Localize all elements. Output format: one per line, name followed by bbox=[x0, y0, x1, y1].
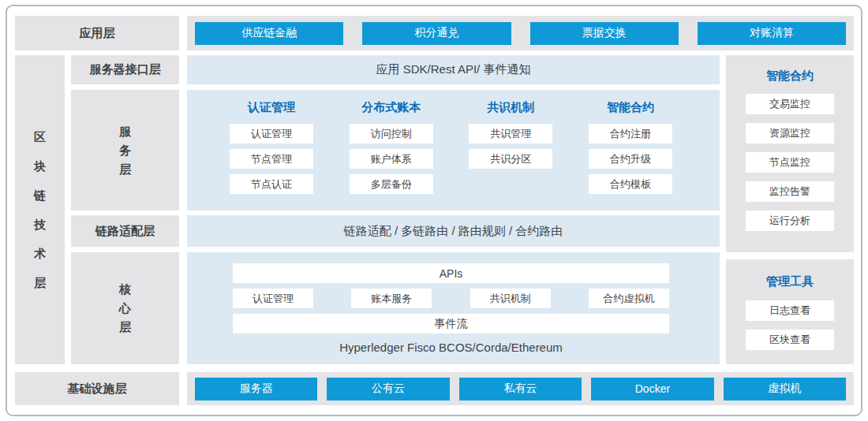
app-layer-band: 供应链金融 积分通兑 票据交换 对账清算 bbox=[187, 16, 854, 50]
smart-contract-header: 智能合约 bbox=[607, 99, 654, 116]
private-cloud-button: 私有云 bbox=[459, 378, 582, 401]
server-interface-layer-label: 服务器接口层 bbox=[71, 55, 179, 84]
service-item: 共识分区 bbox=[469, 149, 552, 169]
blockchain-tech-layer-label: 区 块 链 技 术 层 bbox=[15, 55, 65, 364]
node-monitor-item: 节点监控 bbox=[746, 152, 834, 173]
core-module: 认证管理 bbox=[233, 289, 313, 308]
monitor-panel-header: 智能合约 bbox=[766, 68, 814, 84]
supply-chain-finance-button: 供应链金融 bbox=[195, 22, 343, 45]
resource-monitor-item: 资源监控 bbox=[746, 123, 834, 143]
core-layer-label: 核 心 层 bbox=[71, 252, 179, 364]
reconciliation-clearing-button: 对账清算 bbox=[698, 22, 846, 45]
link-adapt-layer-label: 链路适配层 bbox=[71, 215, 179, 247]
management-tools-header: 管理工具 bbox=[766, 274, 814, 289]
monitor-panel: 智能合约 交易监控 资源监控 节点监控 监控告警 运行分析 bbox=[726, 55, 854, 252]
service-item: 合约升级 bbox=[589, 149, 672, 169]
service-item: 认证管理 bbox=[230, 124, 313, 143]
core-modules-row: 认证管理 账本服务 共识机制 合约虚拟机 bbox=[233, 289, 669, 308]
sdk-api-bar: 应用 SDK/Rest API/ 事件通知 bbox=[187, 55, 720, 84]
server-button: 服务器 bbox=[195, 378, 317, 401]
core-module: 共识机制 bbox=[470, 289, 551, 308]
core-module: 合约虚拟机 bbox=[589, 289, 669, 308]
consensus-mechanism-column: 共识机制 共识管理 共识分区 bbox=[469, 99, 552, 210]
service-item: 合约注册 bbox=[589, 124, 672, 143]
service-layer-label: 服 务 层 bbox=[71, 90, 179, 210]
consensus-mechanism-header: 共识机制 bbox=[487, 99, 534, 116]
platforms-text: Hyperledger Fisco BCOS/Corda/Ethereum bbox=[233, 341, 669, 354]
distributed-ledger-header: 分布式账本 bbox=[361, 99, 421, 116]
run-analysis-item: 运行分析 bbox=[746, 210, 834, 231]
infra-layer-label: 基础设施层 bbox=[15, 372, 179, 405]
infra-layer-band: 服务器 公有云 私有云 Docker 虚拟机 bbox=[187, 372, 854, 405]
service-item: 共识管理 bbox=[469, 124, 552, 143]
core-module: 账本服务 bbox=[351, 289, 432, 308]
auth-management-header: 认证管理 bbox=[248, 99, 295, 116]
service-item: 访问控制 bbox=[350, 124, 433, 143]
smart-contract-column: 智能合约 合约注册 合约升级 合约模板 bbox=[589, 99, 672, 210]
block-view-item: 区块查看 bbox=[746, 330, 834, 350]
public-cloud-button: 公有云 bbox=[327, 378, 449, 401]
service-item: 多层备份 bbox=[350, 174, 433, 194]
core-layer-text: 核 心 层 bbox=[119, 280, 131, 337]
service-item: 账户体系 bbox=[350, 149, 433, 169]
points-exchange-button: 积分通兑 bbox=[362, 22, 511, 45]
vm-button: 虚拟机 bbox=[724, 378, 846, 401]
transaction-monitor-item: 交易监控 bbox=[746, 94, 834, 114]
blockchain-tech-layer-text: 区 块 链 技 术 层 bbox=[34, 122, 46, 297]
event-stream-bar: 事件流 bbox=[233, 314, 669, 333]
service-layer-text: 服 务 层 bbox=[119, 122, 131, 179]
service-item: 节点管理 bbox=[230, 149, 313, 169]
bill-exchange-button: 票据交换 bbox=[530, 22, 679, 45]
auth-management-column: 认证管理 认证管理 节点管理 节点认证 bbox=[230, 99, 313, 210]
log-view-item: 日志查看 bbox=[746, 300, 834, 321]
distributed-ledger-column: 分布式账本 访问控制 账户体系 多层备份 bbox=[350, 99, 433, 210]
service-item: 节点认证 bbox=[230, 174, 313, 194]
service-layer-panel: 认证管理 认证管理 节点管理 节点认证 分布式账本 访问控制 账户体系 多层备份… bbox=[187, 90, 720, 210]
service-item: 合约模板 bbox=[589, 174, 672, 194]
link-adapt-bar: 链路适配 / 多链路由 / 路由规则 / 合约路由 bbox=[187, 215, 720, 247]
management-tools-panel: 管理工具 日志查看 区块查看 bbox=[726, 259, 854, 364]
monitor-alert-item: 监控告警 bbox=[746, 181, 834, 202]
apis-bar: APIs bbox=[233, 263, 669, 283]
core-layer-panel: APIs 认证管理 账本服务 共识机制 合约虚拟机 事件流 Hyperledge… bbox=[187, 252, 720, 364]
docker-button: Docker bbox=[591, 378, 713, 401]
app-layer-label: 应用层 bbox=[15, 16, 179, 50]
